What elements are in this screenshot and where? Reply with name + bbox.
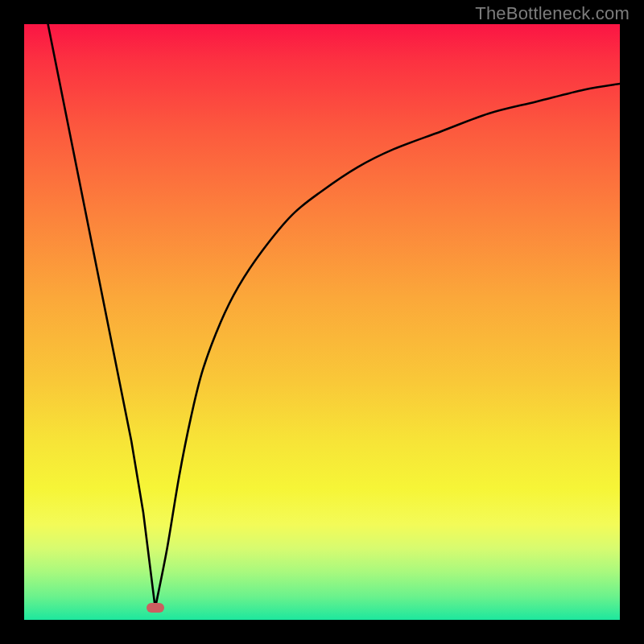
bottleneck-curve <box>24 24 620 620</box>
curve-right-branch <box>155 84 620 608</box>
curve-left-branch <box>48 24 155 608</box>
chart-frame: TheBottleneck.com <box>0 0 644 644</box>
plot-area <box>24 24 620 620</box>
minimum-marker <box>147 603 164 613</box>
watermark-text: TheBottleneck.com <box>475 3 630 24</box>
